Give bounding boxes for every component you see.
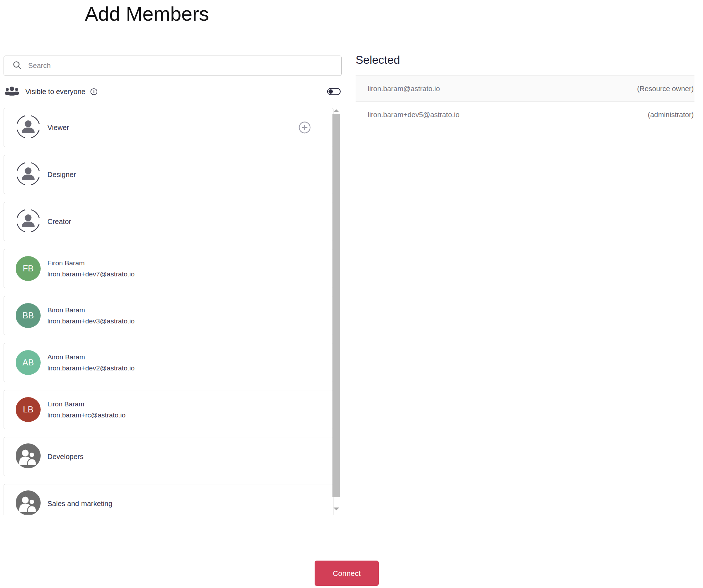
selected-panel: Selected liron.baram@astrato.io (Resourc… (356, 53, 694, 128)
user-email: liron.baram+rc@astrato.io (47, 410, 125, 421)
list-item-role[interactable]: Designer (4, 155, 334, 194)
user-email: liron.baram+dev3@astrato.io (47, 316, 135, 327)
role-label: Viewer (47, 124, 69, 132)
group-label: Developers (47, 453, 83, 461)
selected-row: liron.baram+dev5@astrato.io (administrat… (356, 102, 694, 128)
list-item-role[interactable]: Creator (4, 202, 334, 241)
user-name: Liron Baram (47, 399, 125, 410)
groups-icon (5, 86, 19, 97)
user-text: Liron Baram liron.baram+rc@astrato.io (47, 399, 125, 421)
role-person-icon (16, 114, 41, 141)
page-title: Add Members (85, 2, 209, 25)
user-email: liron.baram+dev2@astrato.io (47, 363, 135, 374)
selected-row: liron.baram@astrato.io (Resource owner) (356, 76, 694, 102)
group-avatar-icon (16, 443, 41, 470)
avatar: FB (16, 256, 41, 281)
avatar: AB (16, 350, 41, 375)
scrollbar-thumb[interactable] (332, 114, 340, 497)
role-label: Creator (47, 218, 71, 226)
search-icon (12, 61, 22, 71)
visibility-toggle[interactable] (327, 88, 341, 95)
member-list: Viewer Designer (4, 108, 342, 515)
list-item-user[interactable]: BB Biron Baram liron.baram+dev3@astrato.… (4, 296, 334, 335)
list-item-user[interactable]: FB Firon Baram liron.baram+dev7@astrato.… (4, 249, 334, 288)
toggle-knob (329, 89, 333, 94)
member-picker-panel: Visible to everyone Viewer (4, 56, 342, 515)
search-box[interactable] (4, 56, 342, 76)
user-name: Airon Baram (47, 352, 135, 363)
user-text: Firon Baram liron.baram+dev7@astrato.io (47, 257, 135, 280)
add-plus-icon[interactable] (299, 121, 311, 134)
user-text: Biron Baram liron.baram+dev3@astrato.io (47, 305, 135, 327)
list-item-user[interactable]: LB Liron Baram liron.baram+rc@astrato.io (4, 390, 334, 429)
selected-role: (Resource owner) (637, 85, 694, 93)
role-label: Designer (47, 171, 76, 179)
group-avatar-icon (16, 490, 41, 515)
role-person-icon (16, 161, 41, 188)
scroll-down-icon[interactable] (334, 508, 339, 510)
scroll-up-icon[interactable] (334, 109, 339, 112)
avatar: BB (16, 303, 41, 328)
user-name: Biron Baram (47, 305, 135, 316)
user-email: liron.baram+dev7@astrato.io (47, 269, 135, 280)
search-input[interactable] (28, 57, 341, 75)
user-text: Airon Baram liron.baram+dev2@astrato.io (47, 352, 135, 374)
scrollbar[interactable] (332, 108, 340, 513)
selected-role: (administrator) (648, 111, 694, 119)
role-person-icon (16, 208, 41, 235)
selected-email: liron.baram+dev5@astrato.io (368, 111, 460, 119)
selected-heading: Selected (356, 53, 694, 67)
selected-list: liron.baram@astrato.io (Resource owner) … (356, 76, 694, 128)
visibility-row: Visible to everyone (4, 86, 342, 97)
list-item-group[interactable]: Sales and marketing (4, 484, 334, 515)
list-item-role[interactable]: Viewer (4, 108, 334, 147)
visibility-label: Visible to everyone (25, 88, 86, 96)
avatar: LB (16, 397, 41, 422)
list-item-group[interactable]: Developers (4, 437, 334, 476)
list-item-user[interactable]: AB Airon Baram liron.baram+dev2@astrato.… (4, 343, 334, 382)
connect-button[interactable]: Connect (315, 561, 379, 586)
group-label: Sales and marketing (47, 500, 112, 508)
add-members-dialog: Add Members Visible to everyone (0, 0, 703, 588)
selected-email: liron.baram@astrato.io (368, 85, 440, 93)
user-name: Firon Baram (47, 257, 135, 269)
info-icon[interactable] (90, 88, 98, 95)
